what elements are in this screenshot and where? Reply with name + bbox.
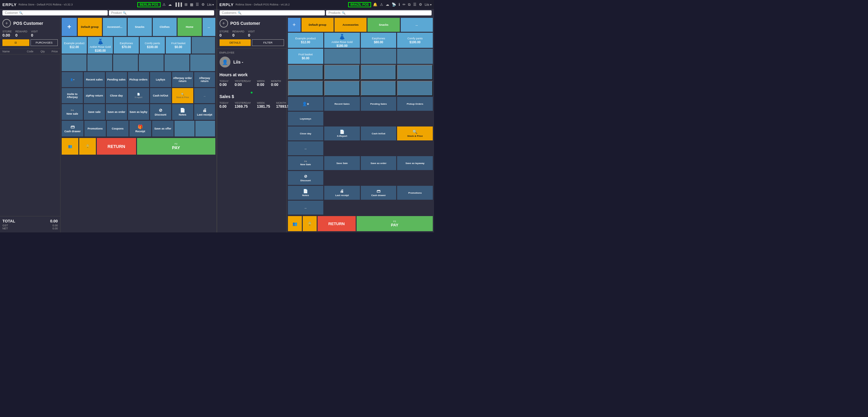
berlin-product-example[interactable]: Example product $12.00 [62, 37, 87, 54]
berlin-pay-btn[interactable]: F2 PAY [137, 138, 215, 155]
berlin-purchases-btn[interactable]: PURCHASES [31, 39, 58, 46]
berlin-product-comfy[interactable]: Comfy pants $100.00 [140, 37, 165, 54]
berlin-team-btn[interactable]: 👥 [62, 138, 78, 155]
brazil-details-btn[interactable]: DETAILS [220, 39, 251, 46]
berlin-empty-r2c1[interactable] [62, 55, 87, 71]
berlin-notes[interactable]: 📄 Notes [172, 104, 193, 120]
berlin-user[interactable]: Liis ▾ [207, 3, 214, 6]
berlin-return-btn[interactable]: RETURN [97, 138, 136, 155]
brazil-last-receipt[interactable]: 🖨 Last receipt [324, 186, 360, 200]
berlin-action-empty2[interactable] [195, 121, 215, 137]
brazil-more-func[interactable]: ... [288, 141, 323, 155]
berlin-empty-r2c3[interactable] [113, 55, 138, 71]
berlin-cat-default[interactable]: Default group [78, 18, 102, 36]
berlin-add-customer-func[interactable]: 👤+ [62, 72, 83, 87]
brazil-empty-r2c4[interactable] [397, 81, 433, 96]
berlin-cat-snacks[interactable]: Snacks [128, 18, 152, 36]
berlin-pending-sales[interactable]: Pending sales [106, 72, 127, 87]
brazil-add-product-btn[interactable]: + [288, 18, 301, 32]
brazil-recent-sales[interactable]: Recent Sales [324, 97, 360, 111]
berlin-last-receipt[interactable]: 🖨 Last receipt [194, 104, 215, 120]
brazil-f4-new-sale[interactable]: F4 New Sale [288, 156, 323, 170]
brazil-save-sale[interactable]: Save Sale [324, 156, 360, 170]
brazil-product-comfy[interactable]: Comfy pants $100.00 [397, 33, 433, 48]
brazil-more-action[interactable]: ... [288, 201, 323, 214]
berlin-cat-accessories[interactable]: Accessori... [103, 18, 127, 36]
berlin-save-as-layby[interactable]: Save as layby [128, 104, 149, 120]
brazil-team-btn[interactable]: 👥 [288, 216, 302, 231]
brazil-edit-icon[interactable]: ✏ [403, 2, 406, 7]
brazil-product-anklet[interactable]: 👗 Anklet Rose Gold $180.00 [324, 33, 360, 48]
berlin-save-sale[interactable]: Save sale [84, 104, 105, 120]
brazil-cat-accessories[interactable]: Accessories [335, 18, 367, 32]
brazil-empty-r2c1[interactable] [288, 81, 323, 96]
berlin-cat-home[interactable]: Home [178, 18, 202, 36]
brazil-empty-p3[interactable] [397, 49, 433, 64]
brazil-pay-btn[interactable]: F2 PAY [356, 216, 433, 231]
berlin-stock-price[interactable]: 🔍 Stock & Price [172, 88, 193, 103]
berlin-invite-afterpay[interactable]: Invite to Afterpay [62, 88, 83, 103]
brazil-lock-btn[interactable]: 🔒 [303, 216, 317, 231]
berlin-customer-search[interactable]: Customer 🔍 [2, 10, 108, 16]
brazil-save-as-layaway[interactable]: Save as layaway [397, 156, 433, 170]
brazil-discount[interactable]: ⊘ Discount [288, 171, 323, 185]
berlin-cat-clothes[interactable]: Clothes [153, 18, 177, 36]
berlin-laybys[interactable]: Laybys [150, 72, 171, 87]
berlin-empty-r2c6[interactable] [190, 55, 215, 71]
berlin-f4-new-sale[interactable]: F4 New sale [62, 104, 83, 120]
brazil-gear-icon[interactable]: ⚙ [419, 2, 422, 7]
brazil-empty-p1[interactable] [324, 49, 360, 64]
berlin-receipt[interactable]: 🎁 Receipt [129, 121, 151, 137]
berlin-recent-sales[interactable]: Recent sales [84, 72, 105, 87]
berlin-close-day[interactable]: Close day [106, 88, 127, 103]
berlin-promotions[interactable]: Promotions [84, 121, 106, 137]
berlin-product-earphones[interactable]: Earphones $70.00 [114, 37, 139, 54]
berlin-empty-r2c2[interactable] [87, 55, 112, 71]
brazil-menu-icon[interactable]: ☰ [413, 2, 416, 7]
brazil-add-customer-btn[interactable]: + [220, 19, 228, 28]
brazil-x-report[interactable]: 📄 X-Report [324, 126, 360, 141]
berlin-discount[interactable]: ⊘ Discount [150, 104, 171, 120]
brazil-pending-sales[interactable]: Pending Sales [361, 97, 397, 111]
brazil-stock-price[interactable]: 🔍 Stock & Price [397, 126, 433, 141]
brazil-customer-search[interactable]: Customers 🔍 [220, 10, 325, 16]
brazil-product-search[interactable]: Products 🔍 [326, 10, 432, 16]
brazil-product-fruit[interactable]: Fruit basket $0.00 [288, 49, 323, 64]
berlin-product-search[interactable]: Product 🔍 [109, 10, 214, 16]
menu-icon[interactable]: ☰ [196, 2, 199, 7]
brazil-product-earphones[interactable]: Earphones $80.00 [361, 33, 397, 48]
berlin-product-anklet[interactable]: 👗 Anklet Rose Gold $180.00 [88, 37, 113, 54]
brazil-layaways[interactable]: Layaways [288, 112, 323, 126]
brazil-product-example[interactable]: Example product $12.00 [288, 33, 323, 48]
brazil-close-day[interactable]: Close day [288, 126, 323, 141]
berlin-afterpay-return[interactable]: Afterpay return [194, 72, 215, 87]
cloud-icon[interactable]: ☁ [168, 2, 172, 7]
brazil-cash-drawer[interactable]: 🗃 Cash drawer [361, 186, 397, 200]
berlin-empty-r2c4[interactable] [139, 55, 164, 71]
brazil-cat-default[interactable]: Default group [302, 18, 334, 32]
brazil-cat-more[interactable]: ... [401, 18, 433, 32]
grid-icon[interactable]: ⊞ [185, 2, 187, 7]
brazil-cloud-icon[interactable]: ☁ [385, 2, 389, 7]
brazil-save-as-order[interactable]: Save as order [361, 156, 397, 170]
berlin-afterpay-order[interactable]: Afterpay order return [172, 72, 193, 87]
berlin-pickup-orders[interactable]: Pickup orders [128, 72, 149, 87]
brazil-empty-r2c2[interactable] [324, 81, 360, 96]
brazil-cash-inout[interactable]: Cash In/Out [361, 126, 397, 141]
brazil-cat-snacks[interactable]: Snacks [368, 18, 400, 32]
brazil-pos-badge[interactable]: BRAZIL POS [348, 2, 371, 7]
brazil-empty-r1c1[interactable] [288, 65, 323, 80]
layers-icon[interactable]: ▦ [190, 2, 193, 7]
brazil-info-icon[interactable]: ℹ [399, 2, 400, 7]
berlin-pos-badge[interactable]: BERLIN POS [137, 2, 161, 7]
brazil-filter-btn[interactable]: FILTER [252, 39, 284, 46]
berlin-coupons[interactable]: Coupons [107, 121, 128, 137]
berlin-cash-inout[interactable]: Cash In/Out [150, 88, 171, 103]
berlin-add-customer-btn[interactable]: + [2, 19, 11, 28]
brazil-notes[interactable]: 📄 Notes [288, 186, 323, 200]
alert-icon[interactable]: ⚠ [162, 2, 166, 7]
brazil-promotions[interactable]: Promotions [397, 186, 433, 200]
brazil-empty-r1c2[interactable] [324, 65, 360, 80]
berlin-zippay[interactable]: zipPay return [84, 88, 105, 103]
berlin-product-empty1[interactable] [192, 37, 215, 54]
